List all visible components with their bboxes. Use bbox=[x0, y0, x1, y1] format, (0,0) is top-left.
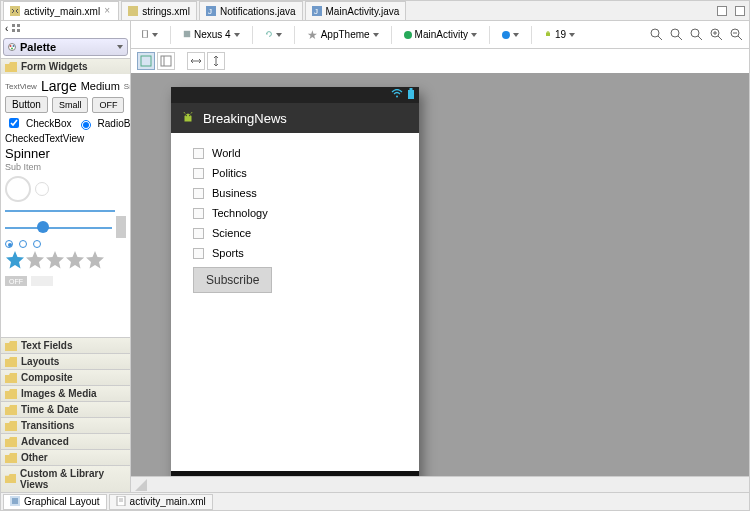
palette-back[interactable]: ‹ bbox=[1, 21, 130, 36]
button-widget[interactable]: Button bbox=[5, 96, 48, 113]
zoom-fit-icon[interactable] bbox=[649, 27, 663, 43]
star-icon bbox=[45, 250, 65, 272]
palette-header[interactable]: Palette bbox=[3, 38, 128, 56]
svg-point-13 bbox=[11, 48, 13, 50]
xml-icon bbox=[10, 6, 20, 16]
editor-body: ‹ Palette Form Widgets TextView bbox=[1, 21, 749, 492]
activity-label: MainActivity bbox=[415, 29, 468, 40]
svg-text:J: J bbox=[314, 7, 318, 16]
app-title: BreakingNews bbox=[203, 111, 287, 126]
svg-rect-46 bbox=[12, 498, 18, 504]
checkedtextview-widget[interactable]: CheckedTextView bbox=[5, 133, 84, 144]
file-tab-mainactivity[interactable]: J MainActivity.java bbox=[305, 1, 407, 20]
view-normal-button[interactable] bbox=[137, 52, 155, 70]
toggle-button-widget[interactable]: OFF bbox=[92, 97, 124, 113]
progressbar-horizontal-widget[interactable] bbox=[5, 210, 115, 212]
seekbar-widget[interactable] bbox=[5, 220, 112, 234]
device-content[interactable]: World Politics Business Technology Scien… bbox=[171, 133, 419, 471]
star-icon bbox=[5, 250, 25, 272]
orientation-dropdown[interactable] bbox=[261, 27, 286, 42]
svg-rect-15 bbox=[184, 31, 190, 37]
chevron-down-icon bbox=[471, 33, 477, 37]
drawer-custom-library[interactable]: Custom & Library Views bbox=[1, 465, 130, 492]
file-tab-activity-main[interactable]: activity_main.xml × bbox=[3, 1, 119, 20]
svg-rect-14 bbox=[143, 30, 148, 38]
zoom-reset-icon[interactable] bbox=[669, 27, 683, 43]
locale-dropdown[interactable] bbox=[498, 29, 523, 41]
folder-icon bbox=[5, 389, 17, 399]
activity-icon bbox=[404, 31, 412, 39]
svg-line-23 bbox=[698, 36, 702, 40]
close-icon[interactable]: × bbox=[104, 7, 112, 15]
seekbar-thumb[interactable] bbox=[37, 221, 49, 233]
progress-large-widget[interactable] bbox=[5, 176, 31, 202]
expand-horizontal-button[interactable] bbox=[187, 52, 205, 70]
tab-xml-source[interactable]: activity_main.xml bbox=[109, 494, 213, 510]
checkbox-row[interactable]: World bbox=[193, 147, 397, 159]
theme-dropdown[interactable]: ★ AppTheme bbox=[303, 26, 383, 44]
drawer-composite[interactable]: Composite bbox=[1, 369, 130, 385]
svg-point-39 bbox=[186, 115, 187, 116]
drawer-label: Composite bbox=[21, 372, 73, 383]
textview-widget[interactable]: TextView bbox=[5, 82, 37, 91]
tab-graphical-layout[interactable]: Graphical Layout bbox=[3, 494, 107, 510]
java-icon: J bbox=[312, 6, 322, 16]
java-icon: J bbox=[206, 6, 216, 16]
small-button-widget[interactable]: Small bbox=[52, 97, 89, 113]
svg-rect-7 bbox=[17, 24, 20, 27]
configuration-dropdown[interactable] bbox=[137, 27, 162, 42]
subitem-widget[interactable]: Sub Item bbox=[5, 162, 41, 172]
drawer-layouts[interactable]: Layouts bbox=[1, 353, 130, 369]
checkbox-row[interactable]: Sports bbox=[193, 247, 397, 259]
device-dropdown[interactable]: Nexus 4 bbox=[179, 27, 244, 42]
checkbox-row[interactable]: Politics bbox=[193, 167, 397, 179]
checkbox-row[interactable]: Science bbox=[193, 227, 397, 239]
checkbox-widget[interactable] bbox=[9, 118, 19, 128]
resize-handle-icon[interactable] bbox=[135, 479, 147, 491]
spinner-widget[interactable]: Spinner bbox=[5, 146, 50, 161]
wifi-icon bbox=[391, 89, 403, 101]
checkbox-icon bbox=[193, 168, 204, 179]
minimize-icon[interactable] bbox=[717, 6, 727, 16]
activity-dropdown[interactable]: MainActivity bbox=[400, 27, 481, 42]
palette-icon bbox=[8, 41, 16, 53]
radiogroup-widget[interactable] bbox=[5, 240, 13, 248]
svg-point-40 bbox=[189, 115, 190, 116]
maximize-icon[interactable] bbox=[735, 6, 745, 16]
medium-text-widget[interactable]: Medium bbox=[81, 80, 120, 92]
design-canvas[interactable]: BreakingNews World Politics Business Tec… bbox=[131, 73, 749, 476]
drawer-transitions[interactable]: Transitions bbox=[1, 417, 130, 433]
switch-widget[interactable]: OFF bbox=[5, 276, 27, 286]
checkbox-row[interactable]: Technology bbox=[193, 207, 397, 219]
svg-rect-9 bbox=[17, 29, 20, 32]
drawer-time-date[interactable]: Time & Date bbox=[1, 401, 130, 417]
quickcontactbadge-widget[interactable] bbox=[116, 216, 126, 238]
radiobutton-widget[interactable] bbox=[81, 120, 91, 130]
file-tab-strings[interactable]: strings.xml bbox=[121, 1, 197, 20]
drawer-advanced[interactable]: Advanced bbox=[1, 433, 130, 449]
api-level-dropdown[interactable]: 19 bbox=[540, 27, 579, 42]
zoom-in-icon[interactable] bbox=[709, 27, 723, 43]
zoom-out-icon[interactable] bbox=[729, 27, 743, 43]
small-text-widget[interactable]: Small bbox=[124, 82, 130, 91]
device-icon bbox=[183, 29, 191, 40]
drawer-other[interactable]: Other bbox=[1, 449, 130, 465]
large-text-widget[interactable]: Large bbox=[41, 78, 77, 94]
ratingbar-widget[interactable] bbox=[5, 250, 126, 272]
subscribe-button[interactable]: Subscribe bbox=[193, 267, 272, 293]
drawer-label: Text Fields bbox=[21, 340, 73, 351]
expand-vertical-button[interactable] bbox=[207, 52, 225, 70]
checkbox-row[interactable]: Business bbox=[193, 187, 397, 199]
progress-small-widget[interactable] bbox=[35, 182, 49, 196]
file-tab-notifications[interactable]: J Notifications.java bbox=[199, 1, 303, 20]
drawer-text-fields[interactable]: Text Fields bbox=[1, 337, 130, 353]
drawer-images-media[interactable]: Images & Media bbox=[1, 385, 130, 401]
chevron-down-icon bbox=[234, 33, 240, 37]
star-icon bbox=[65, 250, 85, 272]
zoom-actual-icon[interactable] bbox=[689, 27, 703, 43]
battery-icon bbox=[407, 88, 415, 102]
palette-panel: ‹ Palette Form Widgets TextView bbox=[1, 21, 131, 492]
view-outline-button[interactable] bbox=[157, 52, 175, 70]
editor-toolbar: Nexus 4 ★ AppTheme MainActivity bbox=[131, 21, 749, 49]
drawer-form-widgets[interactable]: Form Widgets bbox=[1, 58, 130, 74]
